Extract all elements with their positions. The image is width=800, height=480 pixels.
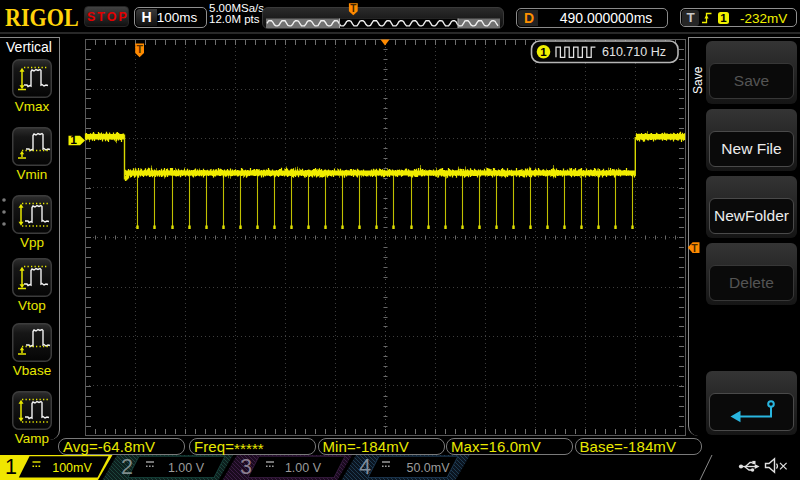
svg-text:1: 1 — [70, 133, 77, 147]
svg-text:T: T — [691, 242, 698, 254]
svg-text:T: T — [136, 43, 143, 55]
svg-text:T: T — [350, 3, 356, 14]
svg-text:1: 1 — [540, 46, 547, 58]
svg-text:610.710 Hz: 610.710 Hz — [602, 45, 666, 59]
